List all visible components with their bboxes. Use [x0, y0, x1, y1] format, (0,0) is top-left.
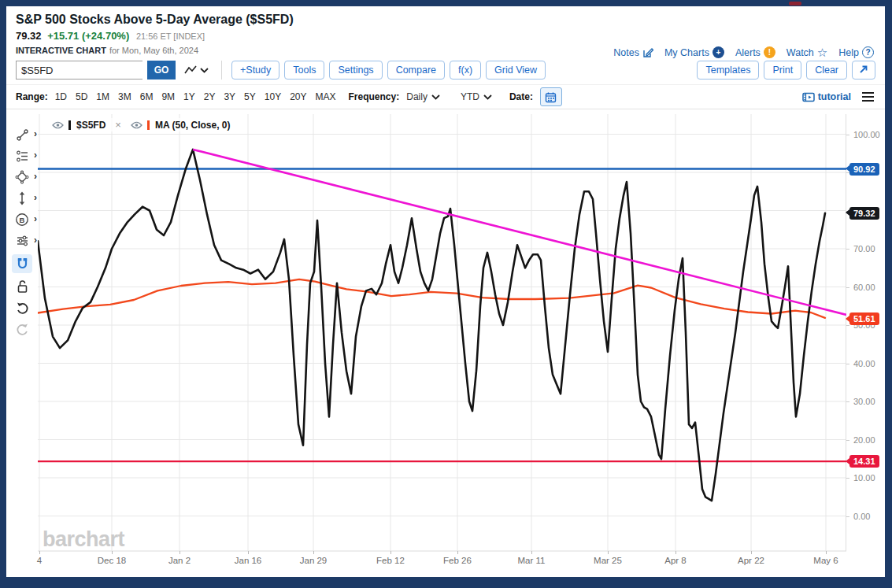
sliders-icon	[16, 235, 29, 247]
remove-series-icon[interactable]: ×	[115, 119, 121, 131]
range-20y[interactable]: 20Y	[290, 91, 306, 102]
unlock-icon	[17, 279, 28, 294]
price-range-arrows-icon	[17, 191, 28, 205]
go-button[interactable]: GO	[147, 61, 176, 80]
frequency-dropdown[interactable]: Daily	[406, 91, 440, 102]
submenu-chevron-icon[interactable]: ›	[34, 128, 37, 139]
clear-button[interactable]: Clear	[806, 61, 847, 80]
x-axis-label: Mar 11	[518, 556, 546, 565]
tool-trend-line[interactable]: ›	[10, 127, 34, 142]
settings-button[interactable]: Settings	[329, 61, 382, 80]
x-tick	[180, 551, 180, 554]
grid-view-button[interactable]: Grid View	[486, 61, 546, 80]
last-price: 79.32	[16, 30, 42, 42]
watch-link[interactable]: Watch ☆	[787, 47, 827, 58]
menu-hamburger-icon[interactable]	[861, 91, 875, 104]
price-plot[interactable]: barchart	[38, 114, 846, 557]
range-max[interactable]: MAX	[316, 91, 336, 102]
header: S&P 500 Stocks Above 5-Day Average ($S5F…	[6, 6, 885, 56]
submenu-chevron-icon[interactable]: ›	[34, 150, 37, 161]
fx-button[interactable]: f(x)	[450, 61, 481, 80]
svg-text:B: B	[20, 216, 25, 224]
range-3m[interactable]: 3M	[118, 91, 131, 102]
tool-fibonacci-tool[interactable]: ›	[10, 148, 34, 164]
undo-icon	[16, 301, 29, 314]
tool-sliders[interactable]: ›	[10, 233, 34, 249]
help-link[interactable]: Help ?	[838, 46, 874, 58]
y-axis-label: 70.00	[853, 244, 875, 253]
range-9m[interactable]: 9M	[161, 91, 175, 102]
tools-button[interactable]: Tools	[284, 61, 324, 80]
submenu-chevron-icon[interactable]: ›	[34, 235, 37, 246]
templates-button[interactable]: Templates	[697, 61, 759, 80]
video-tutorial-icon	[802, 92, 815, 102]
legend-item-s5fd: $S5FD	[52, 120, 105, 131]
tool-shapes-tool[interactable]: ›	[10, 169, 34, 185]
series-ma-50-close-0-[interactable]	[38, 279, 825, 318]
add-study-button[interactable]: +Study	[231, 61, 279, 80]
tool-annotation-b[interactable]: B›	[10, 212, 34, 227]
range-5d[interactable]: 5D	[76, 91, 87, 102]
date-axis[interactable]: 4Dec 18Jan 2Jan 16Jan 29Feb 12Feb 26Mar …	[38, 551, 846, 571]
range-1d[interactable]: 1D	[55, 91, 67, 102]
chart-legend: $S5FD × MA (50, Close, 0)	[49, 118, 234, 131]
series-color-bar	[147, 120, 150, 130]
date-label: Date:	[509, 91, 533, 102]
tool-unlock[interactable]	[10, 279, 34, 294]
notes-link[interactable]: Notes	[613, 47, 653, 58]
y-tick	[846, 478, 849, 479]
header-links: Notes My Charts + Alerts ! Watch ☆ Help …	[613, 46, 874, 58]
submenu-chevron-icon[interactable]: ›	[34, 192, 37, 203]
annotation-b-icon: B	[15, 213, 29, 227]
expand-chart-button[interactable]	[852, 61, 875, 80]
x-tick	[390, 551, 391, 554]
period-dropdown[interactable]: YTD	[461, 91, 492, 102]
price-tag-79.32: 79.32	[849, 207, 879, 220]
range-6m[interactable]: 6M	[140, 91, 154, 102]
alerts-link[interactable]: Alerts !	[735, 46, 775, 58]
submenu-chevron-icon[interactable]: ›	[34, 171, 37, 182]
tool-undo[interactable]	[10, 300, 34, 316]
chevron-down-icon	[200, 68, 209, 73]
calendar-icon	[545, 91, 557, 103]
page-title: S&P 500 Stocks Above 5-Day Average ($S5F…	[16, 12, 875, 28]
range-options: 1D5D1M3M6M9M1Y2Y3Y5Y10Y20YMAX	[55, 91, 336, 102]
print-button[interactable]: Print	[764, 61, 801, 80]
star-icon: ☆	[817, 47, 827, 57]
range-2y[interactable]: 2Y	[204, 91, 216, 102]
range-label: Range:	[16, 91, 48, 102]
range-1m[interactable]: 1M	[96, 91, 109, 102]
compare-button[interactable]: Compare	[387, 61, 445, 80]
tool-redo[interactable]	[10, 321, 34, 337]
trend-line-icon	[16, 128, 29, 142]
x-axis-label: Dec 18	[98, 556, 126, 565]
tool-magnet[interactable]	[12, 254, 32, 273]
drawing-tool-rail: ››››B››	[6, 127, 38, 337]
y-tick	[846, 287, 849, 288]
x-tick	[39, 551, 40, 554]
tool-price-range-arrows[interactable]: ›	[10, 190, 34, 206]
x-tick	[112, 551, 113, 554]
submenu-chevron-icon[interactable]: ›	[34, 213, 37, 224]
chevron-down-icon	[431, 94, 440, 100]
y-tick	[846, 516, 849, 517]
circle-plus-icon: +	[712, 46, 724, 58]
quote-time: 21:56 ET [INDEX]	[136, 31, 205, 41]
tutorial-link[interactable]: tutorial	[802, 91, 851, 102]
date-picker-button[interactable]	[540, 87, 562, 106]
range-1y[interactable]: 1Y	[183, 91, 195, 102]
shapes-tool-icon	[15, 170, 29, 184]
range-5y[interactable]: 5Y	[244, 91, 256, 102]
range-10y[interactable]: 10Y	[265, 91, 281, 102]
x-axis-label: Jan 29	[300, 556, 328, 565]
range-3y[interactable]: 3Y	[224, 91, 235, 102]
x-tick	[751, 551, 752, 554]
chart-type-dropdown[interactable]	[183, 65, 209, 76]
x-axis-label: Jan 16	[235, 556, 262, 565]
alert-badge-icon: !	[764, 46, 775, 58]
my-charts-link[interactable]: My Charts +	[664, 46, 724, 58]
eye-icon	[131, 121, 142, 129]
symbol-input[interactable]	[16, 61, 142, 80]
page-date: for Mon, May 6th, 2024	[109, 46, 198, 55]
price-axis[interactable]: 0.0010.0020.0030.0040.0050.0060.0070.008…	[846, 114, 885, 557]
